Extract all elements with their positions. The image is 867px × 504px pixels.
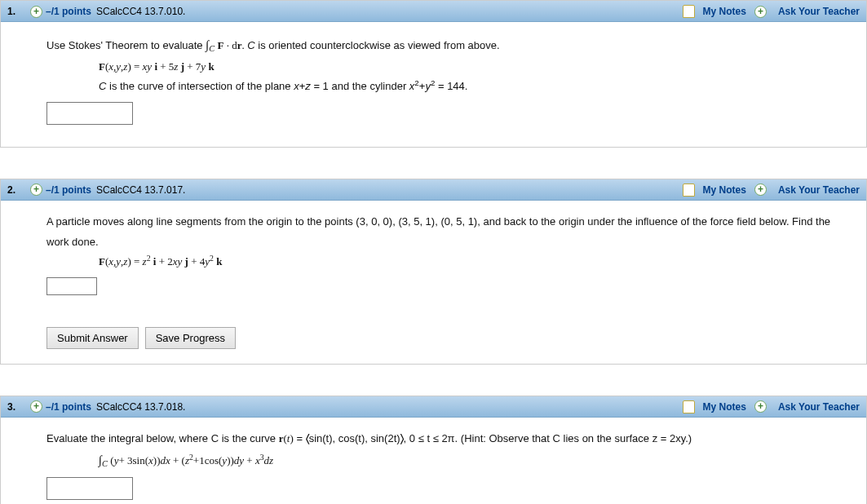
header-right: My Notes + Ask Your Teacher — [683, 400, 860, 413]
note-icon[interactable] — [683, 183, 695, 197]
question-1: 1. + –/1 points SCalcCC4 13.7.010. My No… — [0, 0, 867, 148]
points-label: –/1 points — [46, 6, 91, 17]
question-2: 2. + –/1 points SCalcCC4 13.7.017. My No… — [0, 179, 867, 365]
question-id: SCalcCC4 13.7.017. — [96, 184, 185, 196]
my-notes-link[interactable]: My Notes — [703, 6, 746, 17]
question-id: SCalcCC4 13.7.010. — [96, 6, 185, 17]
question-id: SCalcCC4 13.7.018. — [96, 401, 185, 413]
vector-field: F(x,y,z) = z2 i + 2xy j + 4y2 k — [46, 252, 842, 272]
integral-expression: ∫C (y+ 3sin(x))dx + (z2+1cos(y))dy + x3d… — [46, 449, 842, 472]
curve-description: C is the curve of intersection of the pl… — [46, 77, 842, 97]
my-notes-link[interactable]: My Notes — [703, 401, 746, 413]
header-right: My Notes + Ask Your Teacher — [683, 5, 860, 18]
header-right: My Notes + Ask Your Teacher — [683, 183, 860, 197]
question-number: 3. — [7, 401, 19, 413]
submit-button[interactable]: Submit Answer — [46, 327, 139, 349]
note-icon[interactable] — [683, 5, 695, 18]
question-header: 3. + –/1 points SCalcCC4 13.7.018. My No… — [1, 396, 866, 418]
plus-icon[interactable]: + — [754, 400, 767, 413]
expand-icon[interactable]: + — [30, 6, 42, 18]
answer-row — [46, 472, 842, 504]
question-3: 3. + –/1 points SCalcCC4 13.7.018. My No… — [0, 396, 867, 504]
answer-row — [46, 97, 842, 132]
ask-teacher-link[interactable]: Ask Your Teacher — [778, 6, 860, 17]
question-header: 1. + –/1 points SCalcCC4 13.7.010. My No… — [1, 1, 866, 22]
expand-icon[interactable]: + — [30, 183, 42, 196]
prompt-line: A particle moves along line segments fro… — [46, 212, 842, 252]
answer-input[interactable] — [46, 277, 97, 295]
vector-field: F(x,y,z) = xy i + 5z j + 7y k — [46, 57, 842, 77]
my-notes-link[interactable]: My Notes — [703, 184, 746, 196]
ask-teacher-link[interactable]: Ask Your Teacher — [778, 401, 860, 413]
points-label: –/1 points — [46, 184, 91, 196]
answer-input[interactable] — [46, 102, 133, 125]
question-header: 2. + –/1 points SCalcCC4 13.7.017. My No… — [1, 179, 866, 201]
expand-icon[interactable]: + — [30, 400, 42, 413]
prompt-line: Evaluate the integral below, where C is … — [46, 429, 842, 449]
answer-row — [46, 272, 842, 303]
answer-input[interactable] — [46, 477, 133, 500]
question-body: Use Stokes' Theorem to evaluate ∫C F · d… — [1, 22, 866, 147]
prompt-line: Use Stokes' Theorem to evaluate ∫C F · d… — [46, 33, 842, 57]
save-button[interactable]: Save Progress — [145, 327, 236, 349]
ask-teacher-link[interactable]: Ask Your Teacher — [778, 184, 860, 196]
question-number: 2. — [7, 184, 19, 196]
question-body: A particle moves along line segments fro… — [1, 201, 866, 364]
plus-icon[interactable]: + — [754, 183, 767, 196]
button-row: Submit Answer Save Progress — [46, 327, 842, 349]
question-body: Evaluate the integral below, where C is … — [1, 418, 866, 504]
plus-icon[interactable]: + — [754, 6, 767, 18]
note-icon[interactable] — [683, 400, 695, 413]
points-label: –/1 points — [46, 401, 91, 413]
question-number: 1. — [7, 6, 19, 17]
